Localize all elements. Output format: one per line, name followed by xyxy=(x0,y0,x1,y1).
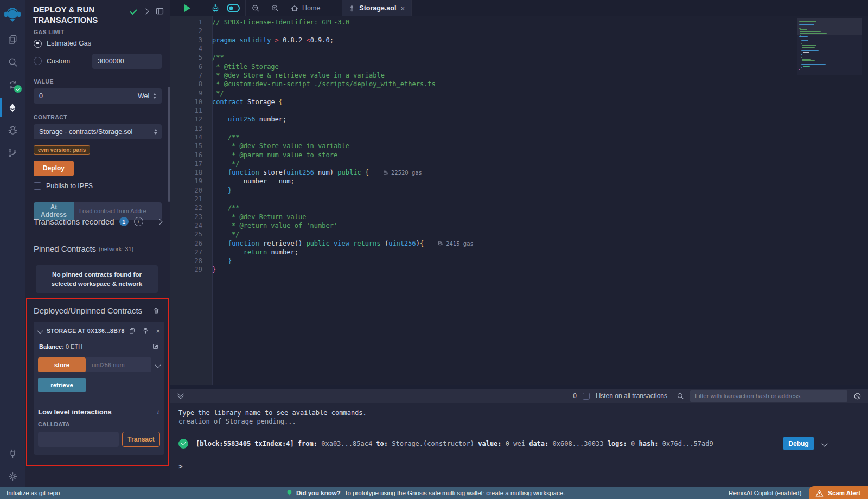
ai-copilot-button[interactable] xyxy=(205,0,226,16)
tab-storage-sol[interactable]: Storage.sol × xyxy=(342,0,412,16)
remix-ide-window: DEPLOY & RUN TRANSACTIONS GAS LIMIT Esti… xyxy=(0,0,868,499)
expand-transactions-icon[interactable] xyxy=(156,219,162,225)
code-line: 22 /** xyxy=(170,203,868,212)
low-level-title: Low level interactions xyxy=(38,408,112,416)
editor-minimap[interactable] xyxy=(797,18,862,75)
pinned-contracts-section: Pinned Contracts (network: 31) No pinned… xyxy=(25,236,170,293)
calldata-input[interactable] xyxy=(38,432,119,447)
code-line: 16 * @param num value to store xyxy=(170,150,868,159)
code-line: 6 * @title Storage xyxy=(170,62,868,71)
code-line: 4 xyxy=(170,44,868,53)
estimated-gas-radio[interactable] xyxy=(34,40,42,48)
search-icon[interactable] xyxy=(0,51,25,73)
listen-all-checkbox[interactable] xyxy=(583,393,590,400)
gas-estimate-annotation: 2415 gas xyxy=(438,240,474,247)
pin-contract-icon[interactable] xyxy=(142,327,149,335)
deploy-button[interactable]: Deploy xyxy=(34,161,74,176)
expand-args-icon[interactable] xyxy=(155,362,161,368)
retrieve-function-button[interactable]: retrieve xyxy=(38,378,86,392)
scam-alert-button[interactable]: Scam Alert xyxy=(809,486,868,499)
value-unit-select[interactable]: Wei xyxy=(132,88,162,104)
code-line: 27 return number; xyxy=(170,248,868,257)
solidity-compiler-icon[interactable] xyxy=(0,74,25,95)
pinned-empty-message: No pinned contracts found for selected w… xyxy=(36,265,158,293)
value-unit: Wei xyxy=(138,92,149,100)
expand-transaction-icon[interactable] xyxy=(821,440,827,446)
remix-logo[interactable] xyxy=(0,2,25,27)
code-line: 7 * @dev Store & retrieve value in a var… xyxy=(170,71,868,80)
status-bar: Initialize as git repo Did you know? To … xyxy=(0,487,868,499)
debug-button[interactable]: Debug xyxy=(783,437,814,450)
code-line: 3pragma solidity >=0.8.2 <0.9.0; xyxy=(170,36,868,44)
copy-address-icon[interactable] xyxy=(129,327,136,335)
terminal-filter-input[interactable] xyxy=(690,390,847,402)
deployed-contract-card: STORAGE AT 0X136...8B78 × Balance: 0 ETH xyxy=(34,322,164,455)
publish-ipfs-label: Publish to IPFS xyxy=(46,182,93,190)
transactions-count-badge: 1 xyxy=(119,217,129,226)
chevron-right-icon[interactable] xyxy=(143,8,149,14)
debugger-icon[interactable] xyxy=(0,119,25,141)
code-line: 23 * @dev Return value xyxy=(170,213,868,221)
chevron-down-icon[interactable] xyxy=(37,328,43,334)
settings-icon[interactable] xyxy=(0,465,25,487)
play-icon xyxy=(184,4,190,12)
code-line: 25 */ xyxy=(170,230,868,239)
zoom-out-button[interactable] xyxy=(246,0,265,16)
close-tab-icon[interactable]: × xyxy=(400,5,405,12)
code-line: 13 xyxy=(170,124,868,133)
compile-success-badge xyxy=(14,85,22,93)
deployed-contract-name: STORAGE AT 0X136...8B78 xyxy=(47,328,129,334)
transactions-recorded-section: Transactions recorded 1 i xyxy=(25,207,170,236)
value-input[interactable] xyxy=(34,88,132,104)
low-level-info-icon[interactable]: i xyxy=(157,408,159,416)
deploy-run-icon[interactable] xyxy=(0,97,25,118)
icon-rail xyxy=(0,0,25,487)
code-line: 1// SPDX-License-Identifier: GPL-3.0 xyxy=(170,18,868,27)
editor-area: Home Storage.sol × 1// SPDX-License-Iden… xyxy=(170,0,868,487)
lightbulb-icon xyxy=(286,489,292,497)
run-script-button[interactable] xyxy=(170,0,205,16)
code-line: 9 */ xyxy=(170,88,868,97)
terminal-body: Type the library name to see available c… xyxy=(170,403,868,470)
panel-scrollbar[interactable] xyxy=(168,87,170,202)
balance-label: Balance: xyxy=(39,343,64,350)
copilot-status[interactable]: RemixAI Copilot (enabled) xyxy=(729,490,801,496)
transaction-result-row[interactable]: [block:5583405 txIndex:4] from: 0xa03...… xyxy=(178,437,868,450)
trash-icon[interactable] xyxy=(152,306,160,315)
contract-stepper-icon xyxy=(154,129,157,135)
calldata-label: CALLDATA xyxy=(38,421,160,427)
collapse-terminal-icon[interactable] xyxy=(178,394,183,398)
code-line: 12 uint256 number; xyxy=(170,115,868,124)
publish-ipfs-checkbox[interactable] xyxy=(34,182,41,190)
code-line: 8 * @custom:dev-run-script ./scripts/dep… xyxy=(170,80,868,88)
git-icon[interactable] xyxy=(0,142,25,164)
copilot-toggle[interactable] xyxy=(226,0,245,16)
clear-console-icon[interactable] xyxy=(853,392,861,400)
edit-balance-icon[interactable] xyxy=(152,343,159,350)
home-label: Home xyxy=(302,4,320,12)
plugin-manager-icon[interactable] xyxy=(0,443,25,464)
transact-button[interactable]: Transact xyxy=(122,432,160,447)
contract-label: CONTRACT xyxy=(34,114,162,120)
close-contract-icon[interactable]: × xyxy=(156,328,160,335)
info-icon[interactable]: i xyxy=(134,217,143,226)
zoom-in-button[interactable] xyxy=(265,0,285,16)
code-line: 20 } xyxy=(170,186,868,195)
deployed-contracts-title: Deployed/Unpinned Contracts xyxy=(34,306,142,315)
code-lines: 1// SPDX-License-Identifier: GPL-3.023pr… xyxy=(170,16,868,274)
gas-estimate-annotation: 22520 gas xyxy=(383,169,422,176)
store-args-input[interactable] xyxy=(86,357,151,372)
store-function-button[interactable]: store xyxy=(38,357,86,372)
contract-select[interactable]: Storage - contracts/Storage.sol xyxy=(34,124,162,139)
git-init-button[interactable]: Initialize as git repo xyxy=(7,490,60,496)
pin-panel-icon[interactable] xyxy=(155,7,164,16)
custom-gas-input[interactable] xyxy=(92,54,162,69)
code-line: 2 xyxy=(170,27,868,35)
check-icon xyxy=(130,8,137,15)
code-line: 17 */ xyxy=(170,159,868,168)
code-editor[interactable]: 1// SPDX-License-Identifier: GPL-3.023pr… xyxy=(170,16,868,385)
home-button[interactable]: Home xyxy=(285,0,326,16)
custom-gas-radio[interactable] xyxy=(34,57,42,65)
file-explorer-icon[interactable] xyxy=(0,28,25,50)
listen-all-label: Listen on all transactions xyxy=(596,392,667,400)
